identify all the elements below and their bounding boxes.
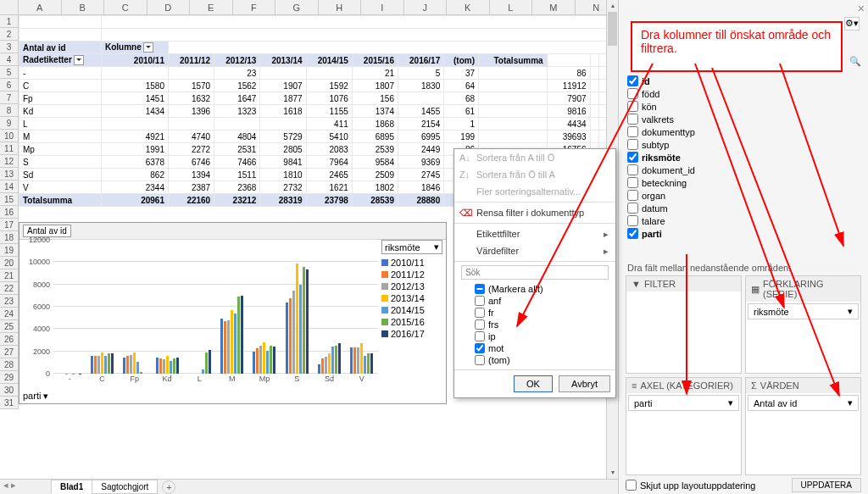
col-header[interactable]: A: [19, 0, 62, 14]
row-header[interactable]: 16: [0, 206, 19, 219]
clear-filter-item[interactable]: ⌫Rensa filter i dokumenttyp: [454, 204, 615, 221]
filter-check-item[interactable]: ip: [475, 330, 609, 342]
more-sort-item[interactable]: Fler sorteringsalternativ...: [454, 183, 615, 200]
columns-icon: ▦: [751, 284, 760, 295]
field-item[interactable]: subtyp: [627, 138, 851, 151]
field-item[interactable]: kön: [627, 100, 851, 113]
filter-checklist[interactable]: (Markera allt)anffrfrsipmot(tom): [475, 283, 609, 366]
row-header[interactable]: 20: [0, 257, 19, 269]
row-header[interactable]: 18: [0, 231, 19, 244]
defer-checkbox[interactable]: Skjut upp layoutuppdatering: [626, 480, 755, 491]
filter-check-item[interactable]: fr: [475, 307, 609, 319]
col-header[interactable]: F: [233, 0, 276, 14]
sheet-tab-other[interactable]: Sagtochgjort: [92, 480, 158, 494]
row-header[interactable]: 15: [0, 193, 19, 206]
col-header[interactable]: J: [404, 0, 448, 14]
row-header[interactable]: 26: [0, 333, 19, 346]
row-header[interactable]: 14: [0, 180, 19, 193]
field-item[interactable]: dokumenttyp: [627, 125, 851, 138]
panel-close-icon[interactable]: ×: [858, 2, 865, 15]
col-header[interactable]: B: [62, 0, 105, 14]
col-header[interactable]: L: [490, 0, 533, 14]
sort-az-item[interactable]: A↓Sortera från A till Ö: [454, 149, 615, 166]
field-item[interactable]: valkrets: [627, 113, 851, 125]
axis-area-item[interactable]: parti▾: [628, 395, 739, 411]
col-header[interactable]: I: [361, 0, 404, 14]
row-header[interactable]: 8: [0, 104, 19, 117]
values-area-item[interactable]: Antal av id▾: [748, 395, 859, 411]
search-icon[interactable]: 🔍: [849, 56, 863, 69]
axis-area[interactable]: ≡AXEL (KATEGORIER) parti▾: [626, 377, 742, 475]
label-filter-item[interactable]: Etikettfilter▸: [454, 225, 615, 242]
row-header[interactable]: 29: [0, 371, 19, 384]
field-item[interactable]: riksmöte: [627, 151, 851, 164]
row-header[interactable]: 5: [0, 66, 19, 79]
row-header[interactable]: 24: [0, 308, 19, 320]
field-item[interactable]: född: [627, 87, 851, 100]
filter-check-item[interactable]: frs: [475, 319, 609, 330]
row-header[interactable]: 23: [0, 295, 19, 308]
tab-nav-arrows[interactable]: ◂ ▸: [3, 480, 16, 491]
sort-za-item[interactable]: Z↓Sortera från Ö till A: [454, 166, 615, 183]
row-header[interactable]: 7: [0, 92, 19, 104]
filter-check-item[interactable]: (tom): [475, 354, 609, 366]
col-header[interactable]: K: [447, 0, 490, 14]
row-header[interactable]: 10: [0, 130, 19, 142]
filter-check-item[interactable]: anf: [475, 295, 609, 307]
value-filter-item[interactable]: Värdefilter▸: [454, 242, 615, 259]
sigma-icon: Σ: [751, 380, 757, 391]
add-sheet-button[interactable]: +: [162, 480, 175, 494]
chart-legend-title[interactable]: riksmöte▾: [381, 240, 442, 254]
row-header[interactable]: 2: [0, 28, 19, 41]
row-header[interactable]: 27: [0, 346, 19, 358]
col-header[interactable]: G: [275, 0, 319, 14]
chart-legend: riksmöte▾ 2010/112011/122012/132013/1420…: [381, 240, 442, 341]
row-header[interactable]: 17: [0, 219, 19, 231]
chart-x-axis: -CFpKdLMMpSSdV: [53, 375, 378, 386]
row-header[interactable]: 9: [0, 117, 19, 130]
cancel-button[interactable]: Avbryt: [559, 375, 610, 392]
sheet-tab-bar: ◂ ▸ Blad1 Sagtochgjort +: [0, 479, 618, 494]
sheet-tab-active[interactable]: Blad1: [51, 480, 92, 494]
field-item[interactable]: id: [627, 75, 851, 87]
field-list[interactable]: idföddkönvalkretsdokumenttypsubtypriksmö…: [627, 75, 851, 257]
field-item[interactable]: beteckning: [627, 176, 851, 189]
row-header[interactable]: 25: [0, 320, 19, 333]
values-area[interactable]: ΣVÄRDEN Antal av id▾: [745, 377, 861, 475]
update-button[interactable]: UPPDATERA: [792, 478, 861, 492]
filter-check-item[interactable]: (Markera allt): [475, 283, 609, 295]
row-header[interactable]: 1: [0, 15, 19, 28]
filter-search-input[interactable]: [461, 265, 609, 280]
row-header[interactable]: 28: [0, 358, 19, 371]
field-item[interactable]: dokument_id: [627, 164, 851, 176]
filter-area[interactable]: ▼FILTER: [626, 275, 742, 374]
field-item[interactable]: parti: [627, 227, 851, 240]
field-item[interactable]: datum: [627, 202, 851, 214]
row-header[interactable]: 4: [0, 53, 19, 66]
column-header-row: ABCDEFGHIJKLMN: [0, 0, 618, 15]
row-header[interactable]: 12: [0, 155, 19, 168]
row-header[interactable]: 13: [0, 168, 19, 180]
col-header[interactable]: M: [532, 0, 576, 14]
row-header[interactable]: 31: [0, 397, 19, 409]
row-header[interactable]: 30: [0, 384, 19, 397]
legend-area-item[interactable]: riksmöte▾: [748, 303, 859, 319]
chart-axis-filter[interactable]: parti ▾: [23, 391, 48, 401]
row-header[interactable]: 22: [0, 282, 19, 295]
row-header[interactable]: 11: [0, 142, 19, 155]
row-header[interactable]: 21: [0, 269, 19, 282]
pivot-chart[interactable]: Antal av id 020004000600080001000012000 …: [19, 222, 447, 404]
col-header[interactable]: E: [190, 0, 233, 14]
row-header[interactable]: 19: [0, 244, 19, 257]
row-header[interactable]: 6: [0, 79, 19, 92]
field-item[interactable]: talare: [627, 214, 851, 227]
row-header[interactable]: 3: [0, 41, 19, 53]
legend-area[interactable]: ▦FÖRKLARING (SERIE) riksmöte▾: [745, 275, 861, 374]
col-header[interactable]: H: [319, 0, 362, 14]
field-item[interactable]: organ: [627, 189, 851, 202]
col-header[interactable]: D: [147, 0, 191, 14]
gear-icon[interactable]: ⚙▾: [844, 17, 860, 31]
filter-check-item[interactable]: mot: [475, 342, 609, 354]
col-header[interactable]: C: [104, 0, 147, 14]
ok-button[interactable]: OK: [514, 375, 553, 392]
